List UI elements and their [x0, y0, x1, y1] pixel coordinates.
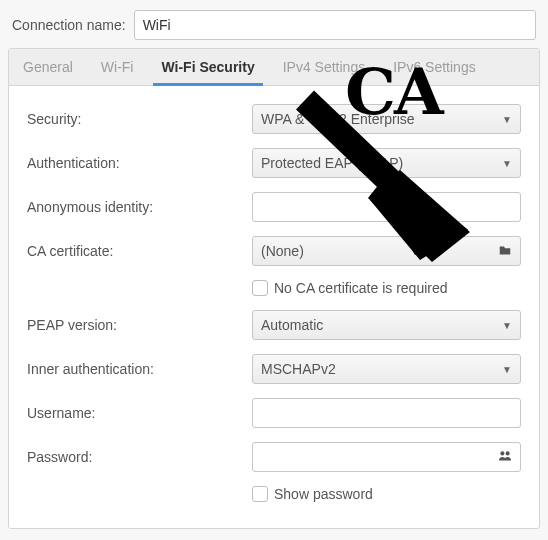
- ca-certificate-label: CA certificate:: [27, 243, 252, 259]
- inner-auth-label: Inner authentication:: [27, 361, 252, 377]
- password-label: Password:: [27, 449, 252, 465]
- authentication-select[interactable]: Protected EAP (PEAP) ▼: [252, 148, 521, 178]
- security-label: Security:: [27, 111, 252, 127]
- authentication-row: Authentication: Protected EAP (PEAP) ▼: [27, 148, 521, 178]
- password-input[interactable]: [252, 442, 521, 472]
- authentication-label: Authentication:: [27, 155, 252, 171]
- anonymous-identity-row: Anonymous identity:: [27, 192, 521, 222]
- security-select[interactable]: WPA & WPA2 Enterprise ▼: [252, 104, 521, 134]
- chevron-down-icon: ▼: [502, 320, 512, 331]
- anonymous-identity-label: Anonymous identity:: [27, 199, 252, 215]
- inner-auth-value: MSCHAPv2: [261, 361, 336, 377]
- no-ca-required-checkbox[interactable]: [252, 280, 268, 296]
- security-row: Security: WPA & WPA2 Enterprise ▼: [27, 104, 521, 134]
- tab-bar: General Wi-Fi Wi-Fi Security IPv4 Settin…: [9, 49, 539, 86]
- username-input[interactable]: [252, 398, 521, 428]
- tab-ipv6-settings[interactable]: IPv6 Settings: [379, 49, 490, 85]
- chevron-down-icon: ▼: [502, 158, 512, 169]
- security-value: WPA & WPA2 Enterprise: [261, 111, 415, 127]
- anonymous-identity-input[interactable]: [252, 192, 521, 222]
- header-row: Connection name:: [0, 0, 548, 48]
- ca-certificate-chooser[interactable]: (None): [252, 236, 521, 266]
- show-password-row: Show password: [27, 486, 521, 502]
- password-row: Password:: [27, 442, 521, 472]
- peap-version-value: Automatic: [261, 317, 323, 333]
- peap-version-row: PEAP version: Automatic ▼: [27, 310, 521, 340]
- chevron-down-icon: ▼: [502, 114, 512, 125]
- inner-auth-row: Inner authentication: MSCHAPv2 ▼: [27, 354, 521, 384]
- tab-wifi-security[interactable]: Wi-Fi Security: [147, 49, 268, 85]
- no-ca-required-row: No CA certificate is required: [27, 280, 521, 296]
- username-row: Username:: [27, 398, 521, 428]
- tab-general[interactable]: General: [9, 49, 87, 85]
- users-icon[interactable]: [498, 449, 512, 466]
- connection-name-input[interactable]: [134, 10, 536, 40]
- ca-certificate-value: (None): [261, 243, 304, 259]
- ca-certificate-row: CA certificate: (None): [27, 236, 521, 266]
- no-ca-required-label: No CA certificate is required: [274, 280, 448, 296]
- show-password-checkbox[interactable]: [252, 486, 268, 502]
- svg-point-0: [500, 451, 504, 455]
- tab-wifi[interactable]: Wi-Fi: [87, 49, 148, 85]
- settings-panel: General Wi-Fi Wi-Fi Security IPv4 Settin…: [8, 48, 540, 529]
- svg-point-1: [506, 451, 510, 455]
- peap-version-select[interactable]: Automatic ▼: [252, 310, 521, 340]
- open-file-icon: [498, 243, 512, 260]
- authentication-value: Protected EAP (PEAP): [261, 155, 403, 171]
- connection-name-label: Connection name:: [12, 17, 126, 33]
- inner-auth-select[interactable]: MSCHAPv2 ▼: [252, 354, 521, 384]
- button-bar: Cancel Save: [0, 529, 548, 540]
- show-password-label: Show password: [274, 486, 373, 502]
- peap-version-label: PEAP version:: [27, 317, 252, 333]
- chevron-down-icon: ▼: [502, 364, 512, 375]
- form-area: Security: WPA & WPA2 Enterprise ▼ Authen…: [9, 86, 539, 528]
- username-label: Username:: [27, 405, 252, 421]
- tab-ipv4-settings[interactable]: IPv4 Settings: [269, 49, 380, 85]
